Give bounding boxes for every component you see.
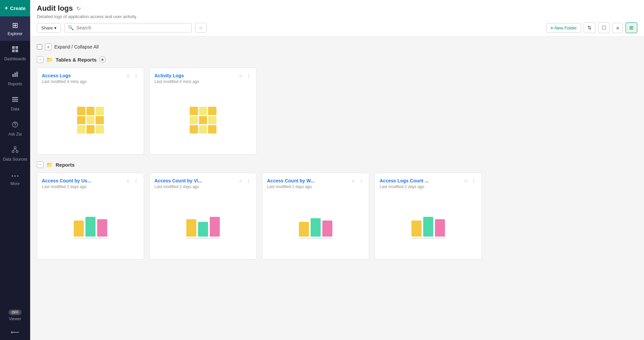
card-menu-button[interactable]: ⋮	[358, 178, 364, 184]
table-cell	[190, 125, 198, 134]
folder-icon: 📁	[46, 162, 53, 168]
svg-rect-8	[12, 99, 18, 100]
card-subtitle: Last modified 2 days ago	[380, 184, 463, 189]
card-star-button[interactable]: ☆	[125, 73, 131, 79]
share-chevron-icon: ▾	[54, 25, 57, 30]
table-cell	[95, 107, 104, 115]
svg-point-12	[14, 147, 16, 149]
card-title-area: Access Count by W... Last modified 2 day…	[267, 178, 350, 189]
card-actions: ☆ ⋮	[238, 178, 252, 184]
sort-button[interactable]: ⇅	[584, 22, 595, 33]
card-subtitle: Last modified 2 days ago	[154, 184, 238, 189]
card-title-access-logs-count[interactable]: Access Logs Count ...	[380, 178, 429, 183]
new-folder-button[interactable]: + New Folder	[546, 23, 581, 33]
card-menu-button[interactable]: ⋮	[133, 73, 139, 79]
table-cell	[199, 116, 207, 124]
sidebar-item-data-sources[interactable]: Data Sources	[0, 141, 30, 166]
sidebar-collapse-button[interactable]: ⟵	[0, 325, 30, 340]
card-subtitle: Last modified 2 days ago	[42, 184, 125, 189]
card-title-area: Access Count by Us... Last modified 2 da…	[42, 178, 125, 189]
sidebar-item-ask-zia[interactable]: Ask Zia	[0, 116, 30, 141]
refresh-icon[interactable]: ↻	[76, 5, 81, 12]
svg-rect-1	[15, 46, 18, 49]
card-menu-button[interactable]: ⋮	[246, 73, 252, 79]
expand-collapse-row: + Expand / Collapse All	[37, 42, 637, 52]
section-header-tables-reports: − 📁 Tables & Reports ★	[37, 56, 637, 63]
svg-rect-7	[12, 97, 18, 98]
svg-point-17	[12, 175, 13, 177]
sidebar-item-explorer[interactable]: ⊞ Explorer	[0, 16, 30, 41]
card-star-button[interactable]: ☆	[463, 178, 469, 184]
search-box: 🔍	[64, 23, 192, 32]
card-title-access-count-w[interactable]: Access Count by W...	[267, 178, 315, 183]
card-title-area: Access Logs Count ... Last modified 2 da…	[380, 178, 463, 189]
sort-icon: ⇅	[587, 25, 592, 30]
viewer-toggle[interactable]: OFF Viewer	[8, 306, 22, 325]
more-icon	[11, 171, 19, 180]
bar	[186, 219, 196, 237]
sidebar-item-dashboards[interactable]: Dashboards	[0, 41, 30, 66]
folder-icon: 📁	[46, 57, 53, 63]
chart-thumbnail	[411, 212, 445, 239]
sidebar-item-data[interactable]: Data	[0, 91, 30, 116]
grid-view-button[interactable]: ⊞	[626, 22, 637, 33]
table-cell	[86, 107, 95, 115]
explorer-icon: ⊞	[12, 21, 18, 30]
bar	[435, 219, 445, 237]
section-reports: − 📁 Reports Access Count by Us... Last m…	[37, 161, 637, 260]
card-access-count-user: Access Count by Us... Last modified 2 da…	[37, 173, 144, 260]
card-star-button[interactable]: ☆	[238, 178, 244, 184]
card-header: Activity Logs Last modified 4 mins ago ☆…	[150, 68, 256, 86]
card-title-access-count-view[interactable]: Access Count by Vi...	[154, 178, 202, 183]
card-star-button[interactable]: ☆	[350, 178, 356, 184]
table-cell	[86, 125, 95, 134]
card-title-activity-logs[interactable]: Activity Logs	[154, 73, 184, 78]
sidebar-item-reports[interactable]: Reports	[0, 66, 30, 91]
bar	[423, 217, 433, 237]
card-access-count-w: Access Count by W... Last modified 2 day…	[262, 173, 369, 260]
list-view-icon: ☐	[602, 25, 606, 30]
svg-line-15	[13, 149, 15, 151]
favorite-button[interactable]: ☆	[195, 23, 207, 33]
card-star-button[interactable]: ☆	[125, 178, 131, 184]
create-button[interactable]: + Create	[0, 0, 30, 16]
select-all-checkbox[interactable]	[37, 44, 42, 50]
card-activity-logs: Activity Logs Last modified 4 mins ago ☆…	[149, 68, 257, 155]
table-cell	[77, 125, 85, 134]
collapse-reports-section-button[interactable]: −	[37, 161, 44, 168]
card-body-chart	[262, 191, 369, 259]
data-icon	[11, 96, 19, 105]
card-title-access-count-user[interactable]: Access Count by Us...	[42, 178, 91, 183]
search-input[interactable]	[76, 25, 188, 30]
compact-view-button[interactable]: ≡	[613, 23, 623, 33]
svg-rect-6	[16, 72, 18, 77]
bar	[97, 219, 107, 237]
expand-all-button[interactable]: +	[45, 44, 52, 50]
card-title-area: Access Count by Vi... Last modified 2 da…	[154, 178, 238, 189]
share-button[interactable]: Share ▾	[37, 23, 61, 33]
card-title-access-logs[interactable]: Access Logs	[42, 73, 71, 78]
card-subtitle: Last modified 2 days ago	[267, 184, 350, 189]
card-subtitle: Last modified 4 mins ago	[42, 79, 125, 84]
svg-rect-9	[12, 101, 18, 102]
card-body-chart	[150, 191, 256, 259]
list-view-button[interactable]: ☐	[598, 22, 610, 33]
dashboards-icon	[11, 46, 19, 55]
collapse-section-button[interactable]: −	[37, 56, 44, 63]
card-header: Access Count by Vi... Last modified 2 da…	[150, 173, 256, 191]
section-header-reports: − 📁 Reports	[37, 161, 637, 168]
header-title-row: Audit logs ↻	[37, 4, 637, 13]
sidebar-item-label: Reports	[8, 82, 22, 86]
card-menu-button[interactable]: ⋮	[133, 178, 139, 184]
svg-rect-5	[14, 73, 16, 77]
card-body-access-logs	[37, 86, 144, 154]
table-cell	[199, 107, 207, 115]
card-menu-button[interactable]: ⋮	[246, 178, 252, 184]
card-title-area: Activity Logs Last modified 4 mins ago	[154, 73, 238, 84]
sidebar-item-label: Data Sources	[3, 157, 27, 162]
table-thumbnail	[190, 107, 216, 134]
section-star-button[interactable]: ★	[99, 56, 106, 63]
sidebar-item-more[interactable]: More	[0, 166, 30, 191]
card-menu-button[interactable]: ⋮	[471, 178, 477, 184]
card-star-button[interactable]: ☆	[238, 73, 244, 79]
